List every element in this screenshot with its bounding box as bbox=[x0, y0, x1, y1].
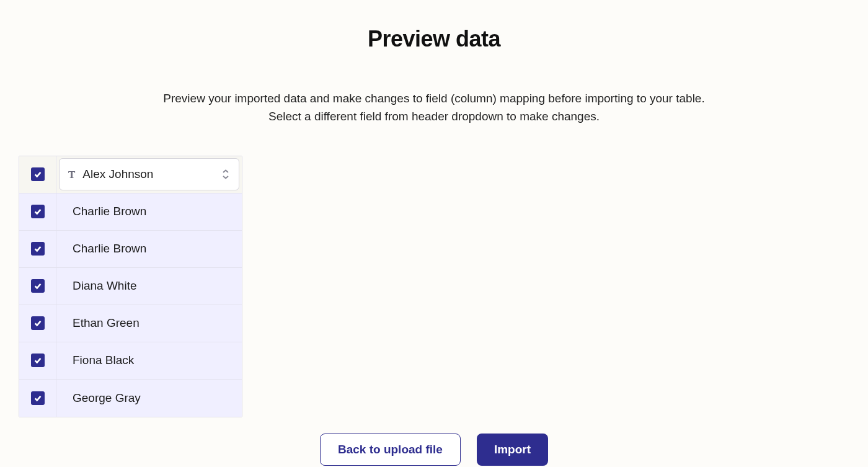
column-mapping-label: Alex Johnson bbox=[82, 167, 214, 181]
check-icon bbox=[33, 244, 42, 253]
text-type-icon: T bbox=[68, 169, 75, 180]
column-mapping-select[interactable]: T Alex Johnson bbox=[59, 158, 239, 190]
page-description: Preview your imported data and make chan… bbox=[124, 89, 744, 126]
row-checkbox[interactable] bbox=[31, 205, 45, 218]
row-checkbox[interactable] bbox=[31, 354, 45, 367]
page-header: Preview data Preview your imported data … bbox=[0, 0, 868, 126]
select-all-cell bbox=[19, 156, 56, 193]
row-value: George Gray bbox=[56, 380, 242, 417]
table-row: Charlie Brown bbox=[19, 193, 242, 231]
row-checkbox-cell bbox=[19, 305, 56, 342]
footer-buttons: Back to upload file Import bbox=[0, 434, 868, 466]
back-button[interactable]: Back to upload file bbox=[320, 434, 461, 466]
check-icon bbox=[33, 282, 42, 290]
check-icon bbox=[33, 356, 42, 365]
row-checkbox-cell bbox=[19, 342, 56, 379]
row-value: Charlie Brown bbox=[56, 231, 242, 267]
description-line-2: Select a different field from header dro… bbox=[268, 110, 600, 123]
page-title: Preview data bbox=[0, 26, 868, 52]
check-icon bbox=[33, 207, 42, 216]
row-value: Fiona Black bbox=[56, 342, 242, 379]
description-line-1: Preview your imported data and make chan… bbox=[163, 92, 704, 105]
column-mapping-cell: T Alex Johnson bbox=[56, 156, 242, 193]
column-header-row: T Alex Johnson bbox=[19, 156, 242, 193]
row-checkbox[interactable] bbox=[31, 316, 45, 330]
row-checkbox-cell bbox=[19, 380, 56, 417]
table-row: Diana White bbox=[19, 268, 242, 305]
table-row: Ethan Green bbox=[19, 305, 242, 342]
import-button[interactable]: Import bbox=[477, 434, 548, 466]
table-row: George Gray bbox=[19, 380, 242, 417]
table-row: Fiona Black bbox=[19, 342, 242, 380]
table-row: Charlie Brown bbox=[19, 231, 242, 268]
preview-table: T Alex Johnson Charlie Brown Charlie Bro… bbox=[19, 156, 242, 417]
row-value: Charlie Brown bbox=[56, 193, 242, 230]
check-icon bbox=[33, 394, 42, 403]
row-checkbox-cell bbox=[19, 231, 56, 267]
select-chevrons-icon bbox=[221, 169, 230, 180]
check-icon bbox=[33, 170, 42, 179]
row-checkbox-cell bbox=[19, 193, 56, 230]
row-value: Ethan Green bbox=[56, 305, 242, 342]
row-checkbox-cell bbox=[19, 268, 56, 305]
row-value: Diana White bbox=[56, 268, 242, 305]
row-checkbox[interactable] bbox=[31, 242, 45, 256]
check-icon bbox=[33, 319, 42, 327]
row-checkbox[interactable] bbox=[31, 279, 45, 293]
select-all-checkbox[interactable] bbox=[31, 167, 45, 181]
row-checkbox[interactable] bbox=[31, 391, 45, 405]
